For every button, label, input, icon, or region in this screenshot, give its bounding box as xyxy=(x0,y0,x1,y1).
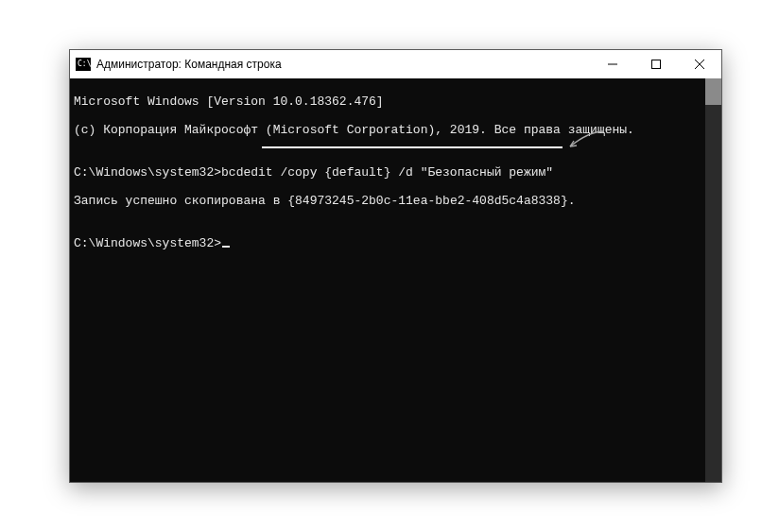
output-line: Microsoft Windows [Version 10.0.18362.47… xyxy=(74,94,701,109)
result-suffix: . xyxy=(568,194,576,208)
cmd-icon-text: C:\ xyxy=(78,60,91,68)
annotation-underline xyxy=(262,146,563,148)
cursor xyxy=(222,246,230,248)
result-guid: {84973245-2b0c-11ea-bbe2-408d5c4a8338} xyxy=(287,194,567,208)
prompt-prefix: C:\Windows\system32> xyxy=(74,236,221,250)
cmd-window: C:\ Администратор: Командная строка Micr… xyxy=(69,49,722,483)
output-line: Запись успешно скопирована в {84973245-2… xyxy=(74,194,701,208)
vertical-scrollbar[interactable] xyxy=(705,78,721,482)
titlebar[interactable]: C:\ Администратор: Командная строка xyxy=(70,50,721,78)
prompt-line: C:\Windows\system32>bcdedit /copy {defau… xyxy=(74,165,701,180)
client-area: Microsoft Windows [Version 10.0.18362.47… xyxy=(70,78,721,482)
result-prefix: Запись успешно скопирована в xyxy=(74,194,287,208)
scrollbar-thumb[interactable] xyxy=(705,78,721,105)
prompt-prefix: C:\Windows\system32> xyxy=(74,165,221,180)
window-buttons xyxy=(591,50,721,78)
prompt-line: C:\Windows\system32> xyxy=(74,236,701,250)
close-button[interactable] xyxy=(678,50,721,78)
output-line: (c) Корпорация Майкрософт (Microsoft Cor… xyxy=(74,123,701,137)
cmd-icon: C:\ xyxy=(76,58,91,71)
maximize-button[interactable] xyxy=(634,50,678,78)
terminal-output[interactable]: Microsoft Windows [Version 10.0.18362.47… xyxy=(70,78,705,482)
annotation-arrow xyxy=(568,129,606,148)
prompt-command: bcdedit /copy {default} /d "Безопасный р… xyxy=(221,165,553,180)
minimize-button[interactable] xyxy=(591,50,634,78)
window-title: Администратор: Командная строка xyxy=(96,58,282,71)
svg-rect-1 xyxy=(652,60,661,69)
